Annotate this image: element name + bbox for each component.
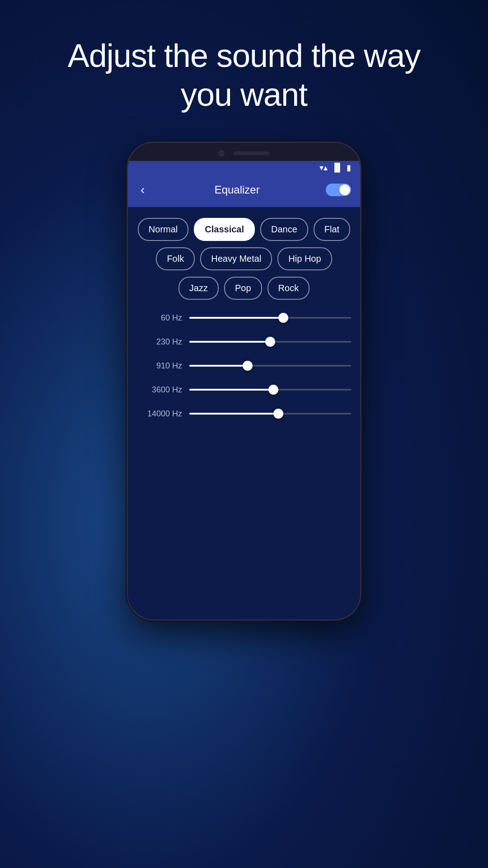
slider-filled <box>189 389 273 391</box>
eq-band-230hz: 230 Hz <box>137 337 351 347</box>
genre-dance[interactable]: Dance <box>260 218 308 241</box>
page-headline: Adjust the sound the way you want <box>41 36 448 114</box>
genre-flat[interactable]: Flat <box>314 218 350 241</box>
genre-pop[interactable]: Pop <box>224 277 262 300</box>
slider-track <box>189 341 351 343</box>
slider-track <box>189 413 351 415</box>
genre-rock[interactable]: Rock <box>267 277 310 300</box>
phone-speaker <box>234 151 270 155</box>
eq-slider-230hz[interactable] <box>189 341 351 343</box>
eq-slider-14000hz[interactable] <box>189 413 351 415</box>
genre-jazz[interactable]: Jazz <box>178 277 219 300</box>
genre-folk[interactable]: Folk <box>156 247 195 270</box>
genre-normal[interactable]: Normal <box>138 218 188 241</box>
screen-content: Normal Classical Dance Flat Folk Heavy M… <box>128 207 360 619</box>
phone-mockup: ▾▴ ▐▌ ▮ ‹ Equalizer Normal Classical Dan… <box>127 142 361 621</box>
eq-slider-60hz[interactable] <box>189 317 351 319</box>
eq-band-910hz: 910 Hz <box>137 361 351 371</box>
headline-line1: Adjust the sound the way <box>68 38 421 74</box>
slider-track <box>189 389 351 391</box>
equalizer-toggle[interactable] <box>326 184 351 196</box>
slider-track <box>189 365 351 367</box>
genre-classical[interactable]: Classical <box>194 218 255 241</box>
slider-thumb[interactable] <box>278 313 288 323</box>
eq-band-60hz: 60 Hz <box>137 313 351 323</box>
phone-camera <box>218 150 225 156</box>
eq-slider-910hz[interactable] <box>189 365 351 367</box>
eq-band-14000hz: 14000 Hz <box>137 409 351 419</box>
slider-filled <box>189 413 278 415</box>
genre-row-3: Jazz Pop Rock <box>137 277 351 300</box>
slider-thumb[interactable] <box>273 409 283 419</box>
wifi-icon: ▾▴ <box>319 163 328 173</box>
slider-thumb[interactable] <box>265 337 275 347</box>
eq-label-910hz: 910 Hz <box>137 361 182 371</box>
eq-label-60hz: 60 Hz <box>137 313 182 323</box>
back-button[interactable]: ‹ <box>137 181 148 199</box>
eq-label-3600hz: 3600 Hz <box>137 385 182 395</box>
eq-label-230hz: 230 Hz <box>137 337 182 347</box>
genre-row-1: Normal Classical Dance Flat <box>137 218 351 241</box>
slider-thumb[interactable] <box>268 385 278 395</box>
signal-icon: ▐▌ <box>331 163 343 172</box>
genre-hiphop[interactable]: Hip Hop <box>277 247 332 270</box>
genre-row-2: Folk Heavy Metal Hip Hop <box>137 247 351 270</box>
eq-band-3600hz: 3600 Hz <box>137 385 351 395</box>
status-bar: ▾▴ ▐▌ ▮ <box>128 161 360 175</box>
slider-filled <box>189 341 270 343</box>
battery-icon: ▮ <box>347 163 351 173</box>
slider-filled <box>189 317 283 319</box>
eq-label-14000hz: 14000 Hz <box>137 409 182 419</box>
eq-slider-3600hz[interactable] <box>189 389 351 391</box>
headline-line2: you want <box>181 76 307 113</box>
screen-title: Equalizer <box>215 184 260 196</box>
slider-thumb[interactable] <box>243 361 253 371</box>
slider-track <box>189 317 351 319</box>
toggle-knob <box>339 184 350 195</box>
genre-heavymetal[interactable]: Heavy Metal <box>200 247 272 270</box>
equalizer-section: 60 Hz 230 Hz 910 Hz <box>137 313 351 419</box>
app-header: ‹ Equalizer <box>128 175 360 207</box>
slider-filled <box>189 365 248 367</box>
phone-top-bar <box>128 143 360 161</box>
